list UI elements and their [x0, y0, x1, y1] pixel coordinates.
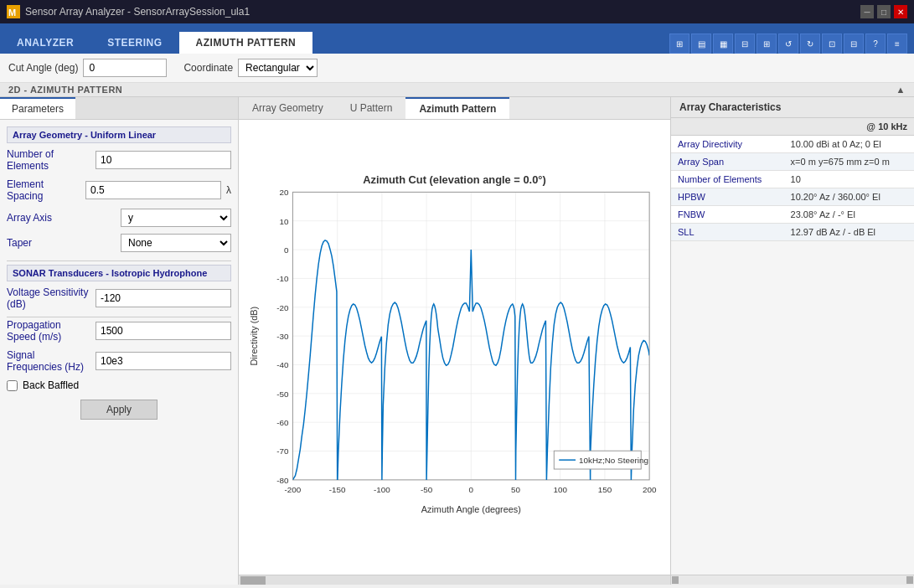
svg-text:-20: -20 — [276, 303, 289, 312]
svg-text:0: 0 — [284, 245, 289, 255]
toolbar-menu[interactable]: ≡ — [887, 34, 907, 54]
toolbar-icon-3[interactable]: ▦ — [713, 34, 733, 54]
prop-speed-row: Propagation Speed (m/s) — [7, 319, 231, 343]
apply-button[interactable]: Apply — [80, 400, 157, 420]
char-label-sll: SLL — [671, 224, 784, 241]
main-layout: Parameters Array Geometry - Uniform Line… — [0, 97, 914, 585]
toolbar-icon-6[interactable]: ↺ — [778, 34, 798, 54]
element-spacing-input[interactable] — [85, 181, 221, 199]
char-col-header-empty — [671, 118, 784, 136]
char-row-hpbw: HPBW 10.20° Az / 360.00° El — [671, 188, 914, 206]
char-value-directivity: 10.00 dBi at 0 Az; 0 El — [784, 136, 914, 153]
cut-angle-label: Cut Angle (deg) — [8, 62, 78, 74]
svg-text:100: 100 — [553, 485, 567, 494]
title-bar-text: Sensor Array Analyzer - SensorArraySessi… — [25, 6, 250, 18]
right-scrollbar[interactable] — [671, 575, 914, 585]
voltage-sens-row: Voltage Sensitivity (dB) — [7, 286, 231, 310]
toolbar-icon-5[interactable]: ⊞ — [757, 34, 777, 54]
char-label-num-elements: Number of Elements — [671, 171, 784, 188]
tab-steering[interactable]: STEERING — [90, 32, 178, 54]
tab-u-pattern[interactable]: U Pattern — [337, 97, 406, 119]
toolbar-icon-1[interactable]: ⊞ — [669, 34, 689, 54]
controls-bar: Cut Angle (deg) Coordinate Rectangular P… — [0, 54, 914, 83]
char-label-hpbw: HPBW — [671, 188, 784, 206]
tab-array-geometry[interactable]: Array Geometry — [239, 97, 337, 119]
close-button[interactable]: ✕ — [894, 5, 907, 18]
left-tab-bar: Parameters — [0, 97, 238, 120]
svg-text:-50: -50 — [276, 389, 289, 399]
svg-text:150: 150 — [598, 485, 612, 494]
prop-speed-label: Propagation Speed (m/s) — [7, 319, 90, 343]
center-panel: Array Geometry U Pattern Azimuth Pattern… — [239, 97, 671, 585]
svg-text:-150: -150 — [329, 485, 346, 494]
element-spacing-unit: λ — [226, 184, 231, 196]
toolbar-icon-group: ⊞ ▤ ▦ ⊟ ⊞ ↺ ↻ ⊡ ⊟ ? ≡ — [669, 34, 914, 54]
right-panel: Array Characteristics @ 10 kHz Array Dir… — [671, 97, 914, 585]
char-value-sll: 12.97 dB Az / - dB El — [784, 224, 914, 241]
char-label-fnbw: FNBW — [671, 206, 784, 224]
array-axis-select[interactable]: y x z — [121, 209, 231, 227]
num-elements-row: Number of Elements — [7, 148, 231, 172]
char-label-directivity: Array Directivity — [671, 136, 784, 153]
minimize-button[interactable]: ─ — [860, 5, 874, 18]
tab-analyzer[interactable]: ANALYZER — [0, 32, 90, 54]
svg-text:Directivity (dB): Directivity (dB) — [249, 307, 259, 366]
voltage-sens-input[interactable] — [96, 289, 231, 307]
signal-freq-input[interactable] — [96, 352, 231, 370]
svg-text:-10: -10 — [276, 274, 289, 283]
svg-text:-70: -70 — [276, 447, 289, 456]
svg-text:-30: -30 — [276, 332, 289, 341]
maximize-button[interactable]: □ — [877, 5, 891, 18]
svg-text:0: 0 — [469, 485, 474, 494]
tab-azimuth-pattern[interactable]: AZIMUTH PATTERN — [179, 32, 313, 54]
svg-text:-40: -40 — [276, 360, 289, 369]
toolbar-icon-7[interactable]: ↻ — [800, 34, 820, 54]
left-panel-content: Array Geometry - Uniform Linear Number o… — [0, 120, 238, 435]
window-controls: ─ □ ✕ — [860, 5, 907, 18]
char-row-sll: SLL 12.97 dB Az / - dB El — [671, 224, 914, 241]
svg-text:10kHz;No Steering: 10kHz;No Steering — [579, 456, 648, 465]
toolbar-help[interactable]: ? — [865, 34, 886, 54]
svg-text:10: 10 — [280, 217, 289, 226]
svg-text:-200: -200 — [285, 485, 302, 494]
characteristics-table: @ 10 kHz Array Directivity 10.00 dBi at … — [671, 118, 914, 241]
char-row-directivity: Array Directivity 10.00 dBi at 0 Az; 0 E… — [671, 136, 914, 153]
array-axis-row: Array Axis y x z — [7, 209, 231, 227]
coordinate-select[interactable]: Rectangular Polar — [238, 59, 318, 77]
element-spacing-label: Element Spacing — [7, 178, 80, 202]
tab-parameters[interactable]: Parameters — [0, 97, 75, 119]
toolbar-icon-8[interactable]: ⊡ — [822, 34, 842, 54]
azimuth-chart: Azimuth Cut (elevation angle = 0.0°) — [247, 128, 662, 566]
section-label-text: 2D - AZIMUTH PATTERN — [8, 85, 122, 95]
taper-label: Taper — [7, 237, 116, 249]
array-characteristics-tab: Array Characteristics — [679, 101, 781, 113]
signal-freq-label: Signal Frequencies (Hz) — [7, 349, 90, 373]
char-label-span: Array Span — [671, 153, 784, 171]
taper-select[interactable]: None Custom — [121, 234, 231, 252]
toolbar-icon-9[interactable]: ⊟ — [844, 34, 864, 54]
char-value-fnbw: 23.08° Az / -° El — [784, 206, 914, 224]
cut-angle-input[interactable] — [83, 59, 167, 77]
svg-text:20: 20 — [280, 188, 289, 197]
back-baffled-checkbox[interactable] — [7, 380, 18, 391]
prop-speed-input[interactable] — [96, 322, 231, 340]
svg-text:-50: -50 — [421, 485, 433, 494]
toolbar-icon-2[interactable]: ▤ — [691, 34, 711, 54]
svg-text:-100: -100 — [374, 485, 390, 494]
chart-scrollbar[interactable] — [239, 575, 670, 585]
signal-freq-row: Signal Frequencies (Hz) — [7, 349, 231, 373]
toolbar: ANALYZER STEERING AZIMUTH PATTERN ⊞ ▤ ▦ … — [0, 23, 914, 54]
char-row-span: Array Span x=0 m y=675 mm z=0 m — [671, 153, 914, 171]
svg-text:Azimuth Cut (elevation angle =: Azimuth Cut (elevation angle = 0.0°) — [363, 173, 545, 186]
char-value-hpbw: 10.20° Az / 360.00° El — [784, 188, 914, 206]
char-row-num-elements: Number of Elements 10 — [671, 171, 914, 188]
tab-azimuth-pattern-center[interactable]: Azimuth Pattern — [405, 97, 509, 119]
sonar-section-header: SONAR Transducers - Isotropic Hydrophone — [7, 265, 231, 281]
toolbar-icon-4[interactable]: ⊟ — [735, 34, 755, 54]
num-elements-input[interactable] — [96, 151, 231, 169]
array-geometry-section-header: Array Geometry - Uniform Linear — [7, 126, 231, 143]
char-row-fnbw: FNBW 23.08° Az / -° El — [671, 206, 914, 224]
collapse-icon[interactable]: ▲ — [896, 85, 906, 95]
back-baffled-row: Back Baffled — [7, 379, 231, 391]
coordinate-label: Coordinate — [183, 62, 233, 74]
